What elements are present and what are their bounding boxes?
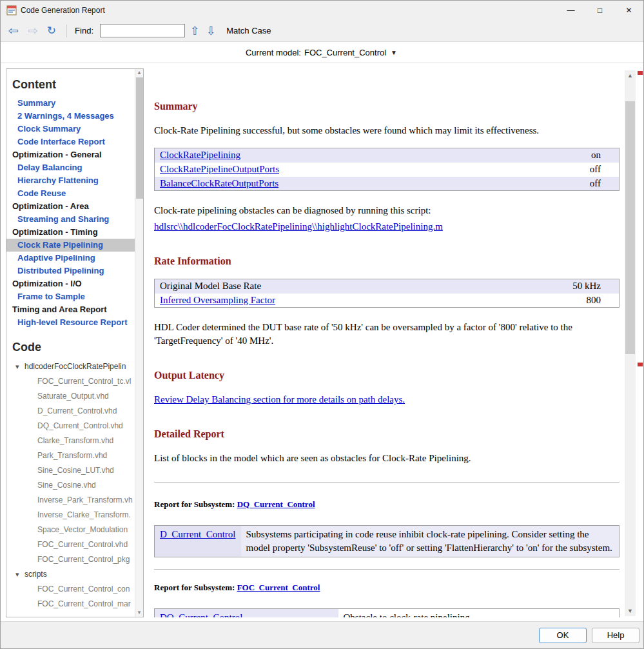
tree-file[interactable]: FOC_Current_Control_mar xyxy=(6,597,135,612)
highlight-script-link[interactable]: hdlsrc\\hdlcoderFocClockRatePipelining\\… xyxy=(154,221,443,232)
script-intro: Clock-rate pipelining obstacles can be d… xyxy=(154,204,620,217)
tree-file[interactable]: Clarke_Transform.vhd xyxy=(6,434,135,448)
scrollbar-down-icon[interactable]: ▼ xyxy=(135,609,143,617)
find-input[interactable] xyxy=(100,24,185,37)
rate-information-heading: Rate Information xyxy=(154,255,620,267)
sidebar-item-clock-rate-pipelining[interactable]: Clock Rate Pipelining xyxy=(6,239,135,252)
tree-file[interactable]: FOC_Current_Control_con xyxy=(6,582,135,597)
sidebar-item-adaptive-pipelining[interactable]: Adaptive Pipelining xyxy=(6,252,135,265)
tree-file[interactable]: Inverse_Clarke_Transform. xyxy=(6,508,135,523)
find-next-icon[interactable]: ⇩ xyxy=(205,24,217,38)
current-model-bar: Current model: FOC_Current_Control ▼ xyxy=(1,42,643,63)
table-row: Inferred Oversampling Factor 800 xyxy=(155,294,620,308)
subsystem-link[interactable]: DQ_Current_Control xyxy=(237,499,315,509)
sidebar-item-clock-summary[interactable]: Clock Summary xyxy=(6,123,135,135)
model-dropdown-icon[interactable]: ▼ xyxy=(389,48,398,57)
rate-row-value: 800 xyxy=(542,294,620,308)
summary-heading: Summary xyxy=(154,101,620,112)
rate-information-table: Original Model Base Rate 50 kHz Inferred… xyxy=(154,279,620,308)
rate-note: HDL Coder determined the DUT base rate o… xyxy=(154,321,620,348)
tree-file[interactable]: D_Current_Control.vhd xyxy=(6,404,135,419)
obstacle-table: DQ_Current_Control Obstacle to clock-rat… xyxy=(154,608,620,617)
setting-link[interactable]: ClockRatePipelineOutputPorts xyxy=(160,164,279,174)
find-label: Find: xyxy=(75,26,93,35)
tree-collapse-icon[interactable]: ▾ xyxy=(15,567,24,582)
match-case-toggle[interactable]: Match Case xyxy=(226,26,271,35)
report-for-subsystem-label: Report for Subsystem: xyxy=(154,499,235,509)
sidebar: Content Summary 2 Warnings, 4 Messages C… xyxy=(6,68,144,617)
tree-collapse-icon[interactable]: ▾ xyxy=(15,359,24,374)
sidebar-scrollbar[interactable]: ▲ ▼ xyxy=(135,69,143,617)
sidebar-section-optimization-general: Optimization - General xyxy=(6,148,135,161)
delay-balancing-link[interactable]: Review Delay Balancing section for more … xyxy=(154,394,405,404)
table-row: DQ_Current_Control Obstacle to clock-rat… xyxy=(155,609,620,618)
subsystem-link[interactable]: FOC_Current_Control xyxy=(237,583,320,592)
scrollbar-down-icon[interactable]: ▼ xyxy=(625,606,636,616)
setting-link[interactable]: BalanceClockRateOutputPorts xyxy=(160,178,278,188)
setting-link[interactable]: ClockRatePipelining xyxy=(160,150,240,160)
report-for-subsystem-line: Report for Subsystem: FOC_Current_Contro… xyxy=(154,583,620,593)
sidebar-item-distributed-pipelining[interactable]: Distributed Pipelining xyxy=(6,265,135,277)
report-for-subsystem-line: Report for Subsystem: DQ_Current_Control xyxy=(154,499,620,510)
sidebar-section-optimization-area: Optimization - Area xyxy=(6,200,135,213)
code-generation-report-window: Code Generation Report — □ ✕ ⇦ ⇨ ↻ Find:… xyxy=(0,0,644,649)
detailed-intro: List of blocks in the model which are se… xyxy=(154,452,620,465)
ok-button[interactable]: OK xyxy=(539,628,587,643)
report-content: Summary Clock-Rate Pipelining successful… xyxy=(154,68,620,617)
table-row: Original Model Base Rate 50 kHz xyxy=(155,279,620,294)
tree-file[interactable]: DQ_Current_Control.vhd xyxy=(6,419,135,434)
tree-file[interactable]: Inverse_Park_Transform.vh xyxy=(6,493,135,508)
tree-file[interactable]: Park_Transform.vhd xyxy=(6,448,135,463)
sidebar-scrollbar-thumb[interactable] xyxy=(136,77,143,199)
current-model-value: FOC_Current_Control xyxy=(304,48,386,57)
setting-value: on xyxy=(561,148,620,163)
main-scrollbar-thumb[interactable] xyxy=(625,101,635,354)
help-button[interactable]: Help xyxy=(592,628,639,643)
close-button[interactable]: ✕ xyxy=(614,1,643,20)
scroll-warning-marker xyxy=(638,71,643,75)
refresh-icon[interactable]: ↻ xyxy=(44,25,59,36)
forward-icon[interactable]: ⇨ xyxy=(25,25,41,37)
back-icon[interactable]: ⇦ xyxy=(6,25,21,37)
summary-settings-table: ClockRatePipelining on ClockRatePipeline… xyxy=(154,148,620,191)
tree-file[interactable]: Sine_Cosine_LUT.vhd xyxy=(6,463,135,478)
sidebar-section-optimization-io: Optimization - I/O xyxy=(6,277,135,290)
tree-file[interactable]: FOC_Current_Control_pkg xyxy=(6,552,135,567)
sidebar-scroll-area: Content Summary 2 Warnings, 4 Messages C… xyxy=(6,69,135,617)
sidebar-item-warnings-messages[interactable]: 2 Warnings, 4 Messages xyxy=(6,110,135,123)
sidebar-item-summary[interactable]: Summary xyxy=(6,97,135,110)
table-row: D_Current_Control Subsystems participati… xyxy=(155,526,620,557)
section-divider xyxy=(154,482,620,483)
tree-file[interactable]: Saturate_Output.vhd xyxy=(6,389,135,404)
tree-folder-scripts[interactable]: ▾scripts xyxy=(6,567,135,582)
minimize-button[interactable]: — xyxy=(556,1,585,20)
sidebar-item-delay-balancing[interactable]: Delay Balancing xyxy=(6,161,135,174)
setting-value: off xyxy=(561,163,620,177)
sidebar-item-code-interface-report[interactable]: Code Interface Report xyxy=(6,135,135,148)
main-scrollbar[interactable]: ▲ ▼ xyxy=(625,70,636,616)
report-pane: Summary Clock-Rate Pipelining successful… xyxy=(144,68,643,617)
tree-file[interactable]: FOC_Current_Control.vhd xyxy=(6,537,135,552)
obstacle-table: D_Current_Control Subsystems participati… xyxy=(154,525,620,557)
sidebar-item-hierarchy-flattening[interactable]: Hierarchy Flattening xyxy=(6,174,135,187)
block-link[interactable]: D_Current_Control xyxy=(160,529,236,539)
toolbar-separator xyxy=(66,25,67,37)
sidebar-section-timing-and-area-report: Timing and Area Report xyxy=(6,303,135,316)
sidebar-item-high-level-resource-report[interactable]: High-level Resource Report xyxy=(6,316,135,329)
tree-folder-hdlcoder[interactable]: ▾hdlcoderFocClockRatePipelin xyxy=(6,359,135,374)
toolbar: ⇦ ⇨ ↻ Find: ⇧ ⇩ Match Case xyxy=(1,20,643,42)
maximize-button[interactable]: □ xyxy=(585,1,614,20)
content-heading: Content xyxy=(6,75,135,97)
output-latency-heading: Output Latency xyxy=(154,370,620,381)
scrollbar-up-icon[interactable]: ▲ xyxy=(135,69,143,77)
scrollbar-up-icon[interactable]: ▲ xyxy=(625,70,636,81)
sidebar-item-frame-to-sample[interactable]: Frame to Sample xyxy=(6,290,135,303)
sidebar-item-streaming-and-sharing[interactable]: Streaming and Sharing xyxy=(6,213,135,226)
tree-file[interactable]: FOC_Current_Control_tc.vl xyxy=(6,374,135,389)
tree-file[interactable]: Sine_Cosine.vhd xyxy=(6,478,135,493)
tree-file[interactable]: Space_Vector_Modulation xyxy=(6,523,135,537)
inferred-oversampling-link[interactable]: Inferred Oversampling Factor xyxy=(160,295,275,305)
sidebar-item-code-reuse[interactable]: Code Reuse xyxy=(6,187,135,200)
find-previous-icon[interactable]: ⇧ xyxy=(189,24,201,38)
block-link[interactable]: DQ_Current_Control xyxy=(160,612,242,617)
